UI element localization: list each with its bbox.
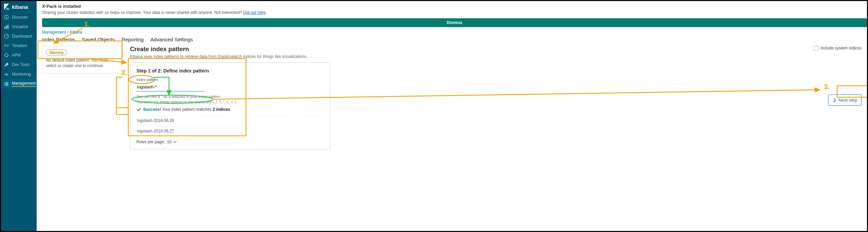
svg-point-8 <box>5 83 7 85</box>
rows-per-page[interactable]: Rows per page: 10 <box>136 140 324 144</box>
page-subtitle: Kibana uses index patterns to retrieve d… <box>130 54 307 59</box>
crumb-kibana[interactable]: Kibana <box>70 30 82 35</box>
bar-chart-icon <box>4 24 9 29</box>
list-item: logstash-2018.06.27 <box>136 126 324 136</box>
crumb-management[interactable]: Management <box>42 30 66 35</box>
opt-out-link[interactable]: Opt out here <box>243 10 266 15</box>
chevron-right-icon <box>832 98 836 102</box>
sidebar-item-label: Dev Tools <box>12 62 30 67</box>
warning-callout: Warning No default index pattern. You mu… <box>42 46 122 73</box>
sidebar-item-apm[interactable]: APM <box>1 50 37 60</box>
page-title: Create index pattern <box>130 46 307 53</box>
check-icon <box>136 107 141 112</box>
xpack-banner: X-Pack is installed Sharing your cluster… <box>37 1 867 15</box>
success-message: Success! Your index pattern matches 2 in… <box>136 107 324 112</box>
timelion-icon <box>4 43 9 48</box>
warning-pill: Warning <box>46 49 67 56</box>
dismiss-button[interactable]: Dismiss <box>42 18 867 27</box>
index-pattern-label: Index pattern <box>136 78 324 82</box>
step-heading: Step 1 of 2: Define index pattern <box>136 68 324 73</box>
list-item: logstash-2018.06.26 <box>136 115 324 126</box>
matched-indices-list: logstash-2018.06.26 logstash-2018.06.27 <box>136 115 324 136</box>
breadcrumb: Management/Kibana <box>37 30 867 37</box>
svg-point-7 <box>7 44 8 45</box>
svg-rect-2 <box>6 26 7 29</box>
sidebar-item-monitoring[interactable]: Monitoring <box>1 69 37 79</box>
sidebar-item-label: Discover <box>12 15 28 20</box>
app-name: kibana <box>12 4 28 10</box>
warning-message: No default index pattern. You must selec… <box>46 58 118 68</box>
sidebar-item-label: Timelion <box>12 43 27 48</box>
sidebar-item-dashboard[interactable]: Dashboard <box>1 31 37 41</box>
sidebar-item-label: Dashboard <box>12 34 32 39</box>
heartbeat-icon <box>4 71 9 77</box>
app-logo[interactable]: kibana <box>1 1 37 13</box>
include-system-toggle[interactable]: Include system indices <box>814 46 862 50</box>
gauge-icon <box>4 34 9 39</box>
sidebar-item-visualize[interactable]: Visualize <box>1 22 37 31</box>
svg-line-5 <box>6 35 7 36</box>
main-area: X-Pack is installed Sharing your cluster… <box>37 1 867 231</box>
sidebar-item-label: Monitoring <box>12 72 31 77</box>
sidebar-item-management[interactable]: Management <box>1 79 37 89</box>
sidebar-item-devtools[interactable]: Dev Tools <box>1 60 37 69</box>
sidebar-item-label: APM <box>12 53 21 58</box>
svg-line-13 <box>5 82 5 83</box>
compass-icon <box>4 15 9 20</box>
sidebar-nav: Discover Visualize Dashboard Timelion AP… <box>1 13 37 89</box>
svg-rect-1 <box>4 27 5 29</box>
hints: You can use a * as a wildcard in your in… <box>136 94 324 105</box>
svg-line-16 <box>7 82 8 83</box>
gear-icon <box>4 81 9 87</box>
kibana-logo-icon <box>4 3 10 10</box>
step-panel: Step 1 of 2: Define index pattern Index … <box>130 62 330 149</box>
tab-saved-objects[interactable]: Saved Objects <box>82 37 115 42</box>
checkbox-icon <box>814 46 818 50</box>
tab-index-patterns[interactable]: Index Patterns <box>42 37 75 42</box>
management-tabs: Index Patterns Saved Objects Reporting A… <box>37 37 867 46</box>
toggle-label: Include system indices <box>820 46 862 50</box>
sidebar: kibana Discover Visualize Dashboard Time… <box>1 1 37 231</box>
sidebar-item-label: Visualize <box>12 24 28 29</box>
banner-title: X-Pack is installed <box>42 4 862 9</box>
sidebar-item-label: Management <box>12 81 36 87</box>
next-step-button[interactable]: Next step <box>828 94 862 106</box>
banner-text: Sharing your cluster statistics with us … <box>42 10 862 15</box>
apm-icon <box>4 52 9 58</box>
index-pattern-input[interactable] <box>136 83 204 90</box>
svg-point-6 <box>5 44 5 45</box>
sidebar-item-discover[interactable]: Discover <box>1 13 37 22</box>
svg-line-14 <box>7 85 8 86</box>
svg-line-15 <box>5 85 5 86</box>
tab-advanced-settings[interactable]: Advanced Settings <box>150 37 193 42</box>
wrench-icon <box>4 62 9 67</box>
sidebar-item-timelion[interactable]: Timelion <box>1 41 37 50</box>
tab-reporting[interactable]: Reporting <box>121 37 144 42</box>
svg-rect-3 <box>7 25 8 29</box>
chevron-down-icon <box>173 140 177 144</box>
